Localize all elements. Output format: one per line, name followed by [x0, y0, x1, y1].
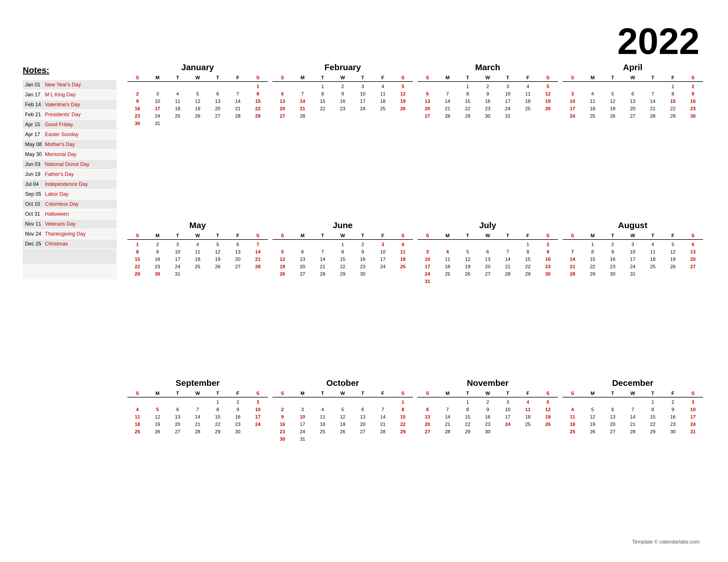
day-cell: 23 — [538, 263, 558, 271]
day-cell-empty — [458, 241, 478, 248]
day-cell: 22 — [583, 263, 603, 271]
day-cell: 16 — [538, 256, 558, 263]
day-header: T — [353, 390, 373, 397]
day-cell: 4 — [188, 241, 208, 248]
holiday-date: Oct 10 — [25, 201, 45, 207]
day-cell: 14 — [248, 248, 268, 256]
day-cell: 9 — [272, 413, 293, 421]
month-name: November — [417, 378, 558, 388]
month-june: JuneSMTWTFS12345678910111213141516171819… — [270, 221, 415, 378]
holiday-date: Sep 05 — [25, 191, 45, 197]
day-cell: 20 — [228, 256, 248, 263]
holiday-row: Dec 25Christmas — [23, 239, 117, 249]
day-header: T — [313, 233, 333, 239]
day-header: S — [248, 390, 268, 397]
day-cell: 8 — [458, 406, 478, 413]
day-cell: 19 — [333, 421, 353, 428]
day-cell: 6 — [272, 90, 293, 98]
day-cell: 25 — [127, 428, 148, 435]
day-cell-empty — [313, 241, 333, 248]
day-cell: 14 — [438, 98, 458, 105]
holiday-name: Halloween — [45, 211, 69, 217]
day-cell: 28 — [438, 428, 458, 435]
day-cell: 14 — [313, 256, 333, 263]
day-cell: 16 — [478, 413, 498, 421]
holiday-row: May 30Memorial Day — [23, 150, 117, 159]
day-cell: 26 — [538, 421, 558, 428]
day-cell: 26 — [208, 263, 228, 271]
day-cell: 10 — [167, 248, 188, 256]
day-header: T — [353, 233, 373, 239]
day-headers: SMTWTFS — [417, 390, 558, 397]
day-cell: 27 — [353, 428, 373, 435]
day-cell: 19 — [583, 421, 603, 428]
day-cell: 24 — [683, 421, 703, 428]
day-cell: 3 — [623, 241, 643, 248]
day-cell: 12 — [188, 98, 208, 105]
day-cell: 13 — [603, 413, 623, 421]
month-november: NovemberSMTWTFS1234567891011121314151617… — [415, 378, 560, 536]
day-cell: 31 — [498, 113, 518, 120]
month-august: AugustSMTWTFS123456789101112131415161718… — [560, 221, 705, 378]
day-cell: 6 — [208, 90, 228, 98]
day-cell: 22 — [248, 105, 268, 113]
day-cell: 3 — [293, 406, 313, 413]
holiday-date: Jun 03 — [25, 161, 45, 167]
day-cell: 11 — [518, 406, 538, 413]
holiday-name: Easter Sunday — [45, 132, 78, 138]
day-cell: 4 — [373, 83, 393, 90]
day-cell: 7 — [623, 406, 643, 413]
day-cell: 27 — [623, 113, 643, 120]
day-cell: 30 — [478, 428, 498, 435]
day-cell: 29 — [458, 428, 478, 435]
day-cell: 25 — [438, 271, 458, 278]
day-cell-empty — [438, 399, 458, 406]
day-cell: 5 — [538, 83, 558, 90]
day-cell-empty — [643, 83, 663, 90]
holiday-date: May 30 — [25, 152, 45, 157]
day-cell: 7 — [498, 248, 518, 256]
day-header: M — [583, 390, 603, 397]
day-headers: SMTWTFS — [417, 233, 558, 240]
day-cell: 7 — [248, 241, 268, 248]
holiday-name: Christmas — [45, 241, 68, 247]
day-cell: 1 — [333, 241, 353, 248]
holiday-row: Oct 10Columbus Day — [23, 200, 117, 209]
month-name: August — [562, 221, 703, 230]
month-grid: SMTWTFS123456789101112131415161718192021… — [127, 233, 268, 278]
day-cell: 3 — [498, 83, 518, 90]
day-cell-empty — [417, 399, 438, 406]
day-cell: 21 — [188, 421, 208, 428]
day-header: T — [167, 74, 188, 81]
holiday-row: Apr 17Easter Sunday — [23, 130, 117, 139]
day-cell: 6 — [228, 241, 248, 248]
page: 2022 Notes: Jan 01New Year's DayJan 17M … — [0, 0, 728, 562]
day-cell: 11 — [643, 248, 663, 256]
day-header: F — [663, 390, 683, 397]
day-cell: 9 — [538, 248, 558, 256]
day-cell: 22 — [458, 421, 478, 428]
day-cell: 21 — [228, 105, 248, 113]
day-cell-empty — [438, 83, 458, 90]
day-cell: 10 — [562, 98, 583, 105]
day-cell: 23 — [127, 113, 148, 120]
day-cell: 26 — [538, 105, 558, 113]
day-cell: 6 — [353, 406, 373, 413]
day-cell: 25 — [562, 428, 583, 435]
holiday-date: Jun 19 — [25, 171, 45, 177]
day-cell: 11 — [393, 248, 413, 256]
month-grid: SMTWTFS123456789101112131415161718192021… — [562, 233, 703, 278]
day-cell: 2 — [663, 399, 683, 406]
day-cell: 15 — [248, 98, 268, 105]
day-cell: 1 — [393, 399, 413, 406]
day-header: T — [167, 233, 188, 239]
day-cell-empty — [373, 399, 393, 406]
holiday-name: Independence Day — [45, 181, 88, 187]
day-cell: 20 — [293, 263, 313, 271]
day-cell: 4 — [583, 90, 603, 98]
day-cell-empty — [583, 399, 603, 406]
holiday-name: New Year's Day — [45, 82, 81, 88]
day-cell: 4 — [438, 248, 458, 256]
days-grid: 1234567891011121314151617181920212223242… — [272, 241, 413, 278]
day-cell: 27 — [417, 113, 438, 120]
